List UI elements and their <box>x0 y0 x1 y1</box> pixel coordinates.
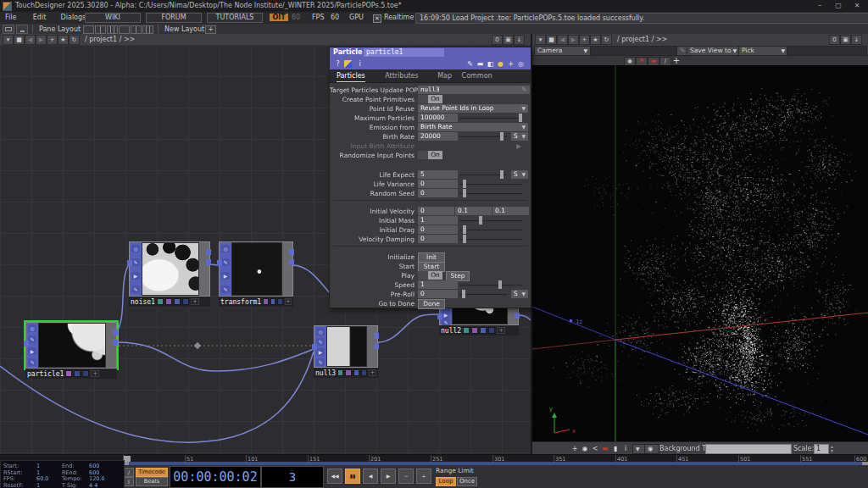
collapse-icon[interactable]: ↓ <box>851 35 862 45</box>
node-flag-icon[interactable]: ✎ <box>28 336 36 343</box>
oit-toggle[interactable]: OIT <box>270 14 288 21</box>
input-connector[interactable] <box>217 260 222 266</box>
layout-preset-6[interactable] <box>142 25 153 34</box>
collapse-icon[interactable]: ↓ <box>514 35 525 45</box>
scale-spinner[interactable]: ▴▾ <box>831 444 833 452</box>
param-value-field[interactable]: null3 <box>418 86 519 94</box>
float-window-icon[interactable]: ▣ <box>503 35 514 45</box>
param-slider-track[interactable] <box>459 239 522 240</box>
link-forum[interactable]: FORUM <box>146 13 202 23</box>
node-family-dot[interactable] <box>263 298 269 305</box>
node-family-dot[interactable] <box>480 327 487 334</box>
node-null3[interactable]: ◎✎▶✎null3+ <box>314 325 378 378</box>
node-flag-icon[interactable]: ✎ <box>131 258 140 266</box>
param-expand-arrow[interactable]: ▶ <box>440 142 521 150</box>
param-value-field[interactable]: 1 <box>418 280 458 289</box>
step-forward-button[interactable]: ▶ <box>381 469 396 484</box>
node-flag-icon[interactable]: ▶ <box>221 272 230 280</box>
node-add-dot-button[interactable]: + <box>369 369 376 376</box>
range-plus-button[interactable]: + <box>416 469 431 484</box>
param-value-field[interactable]: 0 <box>418 235 458 243</box>
layout-preset-2[interactable] <box>95 25 106 34</box>
output-connector[interactable] <box>206 259 211 265</box>
tab-attributes[interactable]: Attributes <box>385 71 419 81</box>
param-dropdown[interactable]: Reuse Point Ids in Loop▼ <box>418 104 528 113</box>
back-icon[interactable]: ◀ <box>557 35 568 45</box>
beats-mode-button[interactable]: Beats <box>136 477 168 486</box>
node-family-dot[interactable] <box>74 370 81 377</box>
param-slider-track[interactable] <box>459 193 522 194</box>
param-slider-handle[interactable] <box>463 225 466 234</box>
info-icon[interactable]: i <box>355 59 364 69</box>
back-icon[interactable]: ◀ <box>25 35 36 45</box>
toggle-on[interactable]: On <box>428 95 442 103</box>
node-flag-icon[interactable]: ✎ <box>28 358 36 366</box>
param-button-done[interactable]: Done <box>418 299 445 309</box>
layout-preset-4[interactable] <box>119 25 130 34</box>
param-value-field[interactable]: 0 <box>418 290 458 298</box>
input-connector[interactable] <box>24 341 29 347</box>
language-icon[interactable] <box>344 60 352 68</box>
param-slider-handle[interactable] <box>463 180 466 188</box>
pane-split-icon[interactable] <box>3 25 14 34</box>
pick-field[interactable] <box>787 46 867 56</box>
toggle-off-zone[interactable] <box>418 271 428 280</box>
refresh-icon[interactable]: ↻ <box>69 35 80 45</box>
node-flag-icon[interactable]: ◎ <box>28 324 36 332</box>
node-flag-icon[interactable]: ◎ <box>221 245 230 252</box>
param-slider-track[interactable] <box>459 184 522 185</box>
node-family-dot[interactable] <box>361 369 367 376</box>
node-flag-icon[interactable]: ▶ <box>442 311 450 319</box>
loop-button[interactable]: Loop <box>436 477 456 486</box>
jump-start-button[interactable]: ◀◀ <box>327 469 342 484</box>
param-slider-track[interactable] <box>459 294 507 295</box>
arrow-icon[interactable]: < <box>590 444 600 453</box>
node-flag-icon[interactable]: ▶ <box>131 272 140 280</box>
param-dropdown[interactable]: Birth Rate▼ <box>418 123 528 131</box>
output-connector[interactable] <box>113 340 118 346</box>
node-family-dot[interactable] <box>345 369 351 376</box>
toggle-off-zone[interactable] <box>418 151 428 159</box>
stop-icon[interactable]: ■ <box>546 35 557 45</box>
param-value-field[interactable]: 20000 <box>418 132 458 141</box>
param-picker-icon[interactable]: ✎ <box>519 86 530 94</box>
eraser-icon[interactable]: ▮ <box>610 444 620 453</box>
param-value-field[interactable]: 5 <box>418 170 458 179</box>
forward-icon[interactable]: ▶ <box>36 35 47 45</box>
edit-icon[interactable]: ✎ <box>465 59 475 69</box>
once-button[interactable]: Once <box>457 477 477 486</box>
param-value-field[interactable]: 0.1 <box>492 207 529 215</box>
playhead[interactable] <box>124 456 131 462</box>
param-slider-handle[interactable] <box>519 114 522 122</box>
info-value[interactable]: 1 <box>36 482 40 488</box>
scale-field[interactable]: 1 <box>814 444 829 454</box>
node-add-dot-button[interactable]: + <box>497 327 505 334</box>
input-connector[interactable] <box>312 344 317 350</box>
node-flag-icon[interactable]: ▶ <box>28 347 36 355</box>
record-icon[interactable]: ▬ <box>600 444 610 453</box>
param-value-field[interactable]: 0 <box>418 189 458 197</box>
counter-badge[interactable]: 0 <box>492 35 503 45</box>
param-slider-handle[interactable] <box>463 235 466 243</box>
output-connector[interactable] <box>374 343 379 349</box>
snapshot-icon[interactable]: ◉ <box>580 444 590 453</box>
node-flag-icon[interactable]: ✎ <box>221 258 230 266</box>
stop-icon[interactable]: ■ <box>14 35 25 45</box>
step-back-button[interactable]: ◀ <box>363 469 378 484</box>
link-tutorials[interactable]: TUTORIALS <box>207 13 263 23</box>
dialog-titlebar[interactable]: Particle particle1 <box>330 47 531 58</box>
tab-particles[interactable]: Particles <box>337 71 365 82</box>
node-family-dot[interactable] <box>157 298 164 305</box>
camera-name-field[interactable] <box>590 46 676 56</box>
param-slider-track[interactable] <box>459 285 522 286</box>
node-flag-icon[interactable]: ▶ <box>316 348 325 356</box>
param-value-field[interactable]: 0.1 <box>455 207 492 215</box>
toggle-on[interactable]: On <box>428 151 442 159</box>
pick-dropdown[interactable]: Pick▼ <box>738 46 788 56</box>
param-slider-handle[interactable] <box>463 189 466 197</box>
target-icon[interactable]: ◎ <box>516 59 526 69</box>
node-family-dot[interactable] <box>463 327 470 334</box>
layout-preset-3[interactable] <box>107 25 118 34</box>
node-family-dot[interactable] <box>471 327 478 334</box>
node-family-dot[interactable] <box>174 298 181 305</box>
